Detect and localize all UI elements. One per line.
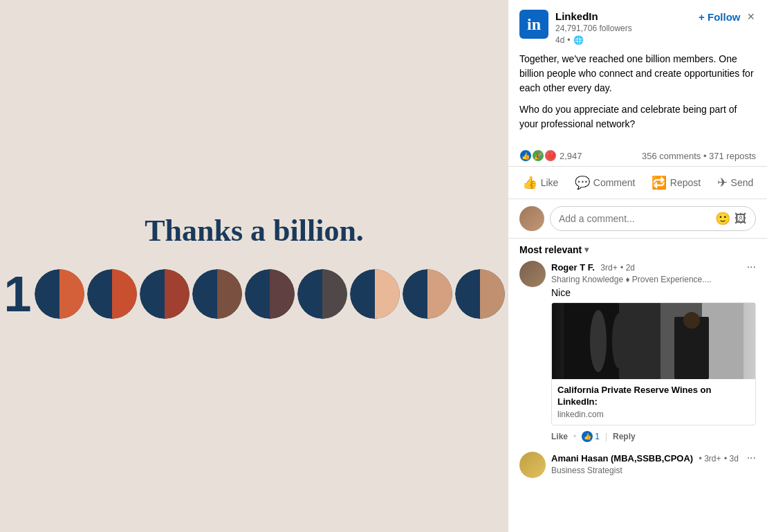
- reactions-bar: 👍 🎉 ❤️ 2,947 356 comments • 371 reposts: [508, 145, 767, 167]
- commenter-avatar-1: [519, 261, 546, 287]
- circle-9: [455, 269, 505, 319]
- author-name[interactable]: LinkedIn: [555, 10, 693, 24]
- link-preview-domain: linkedin.com: [557, 410, 750, 419]
- comment-input-area: 🙂 🖼: [508, 199, 767, 239]
- avatar-2-figure: [519, 452, 546, 478]
- commenter-meta-2: Amani Hasan (MBA,SSBB,CPOA) • 3rd+ • 3d: [551, 452, 739, 464]
- comment-like-button-1[interactable]: Like: [551, 432, 568, 441]
- like-icon: 👍: [522, 175, 537, 190]
- comment-button[interactable]: 💬 Comment: [568, 169, 643, 196]
- emoji-button[interactable]: 🙂: [715, 211, 730, 226]
- circle-1: [35, 269, 84, 319]
- author-info: LinkedIn 24,791,706 followers 4d • 🌐: [555, 10, 693, 45]
- circle-8: [403, 269, 452, 319]
- action-buttons: 👍 Like 💬 Comment 🔁 Repost ✈ Send: [508, 167, 767, 199]
- dot-sep2: •: [703, 151, 709, 161]
- send-button[interactable]: ✈ Send: [710, 169, 761, 196]
- send-label: Send: [731, 177, 754, 188]
- comment-input[interactable]: [559, 213, 711, 224]
- commenter-title-1: Sharing Knowledge ♦ Proven Experience...…: [551, 275, 756, 284]
- commenter-avatar-2: [519, 452, 546, 478]
- dot-sep: •: [567, 35, 570, 45]
- commenter-name-1[interactable]: Roger T F.: [551, 262, 595, 273]
- link-preview-card[interactable]: California Private Reserve Wines on Link…: [551, 302, 756, 425]
- linkedin-logo-text: in: [527, 16, 541, 33]
- sort-filter[interactable]: Most relevant ▾: [508, 239, 767, 261]
- image-button[interactable]: 🖼: [734, 212, 747, 226]
- link-preview-title: California Private Reserve Wines on Link…: [557, 385, 750, 408]
- reaction-num: 1: [595, 432, 600, 441]
- comment-timestamp-2: 3d: [729, 454, 738, 464]
- header-actions: + Follow ×: [699, 10, 756, 24]
- avatar-figure: [519, 206, 544, 231]
- comment-body-1: Roger T F. 3rd+ • 2d ··· Sharing Knowled…: [551, 261, 756, 442]
- repost-icon: 🔁: [652, 175, 667, 190]
- like-button[interactable]: 👍 Like: [515, 169, 566, 196]
- billion-graphic: 1: [3, 269, 504, 319]
- comment-timestamp-1: 2d: [626, 263, 635, 273]
- like-label: Like: [541, 177, 559, 188]
- post-time: 4d: [555, 35, 564, 45]
- comment-reaction-1: 👍 1: [582, 431, 600, 442]
- author-followers: 24,791,706 followers: [555, 24, 693, 35]
- comment-icon: 💬: [575, 175, 590, 190]
- follow-button[interactable]: + Follow: [699, 11, 740, 23]
- circle-2: [87, 269, 137, 319]
- svg-point-17: [683, 312, 700, 329]
- comment-label: Comment: [593, 177, 636, 188]
- love-reaction: ❤️: [544, 149, 557, 162]
- comment-header-2: Amani Hasan (MBA,SSBB,CPOA) • 3rd+ • 3d …: [551, 452, 756, 464]
- comment-more-button-1[interactable]: ···: [747, 261, 756, 273]
- circle-3: [140, 269, 190, 319]
- comment-actions-1: Like • 👍 1 | Reply: [551, 431, 756, 442]
- circle-6: [297, 269, 347, 319]
- comment-body-2: Amani Hasan (MBA,SSBB,CPOA) • 3rd+ • 3d …: [551, 452, 756, 478]
- post-meta: 4d • 🌐: [555, 35, 693, 45]
- wine-image: [552, 303, 755, 379]
- comment-header-1: Roger T F. 3rd+ • 2d ···: [551, 261, 756, 273]
- link-preview-image: [552, 303, 755, 379]
- comment-text-1: Nice: [551, 287, 756, 298]
- dot-sep-4: |: [605, 432, 607, 441]
- comment-item: Roger T F. 3rd+ • 2d ··· Sharing Knowled…: [519, 261, 756, 442]
- svg-point-14: [590, 310, 607, 372]
- commenter-degree-2: • 3rd+: [699, 454, 721, 464]
- thanks-heading: Thanks a billion.: [145, 213, 364, 248]
- comment-reply-button-1[interactable]: Reply: [613, 432, 636, 441]
- circle-4: [192, 269, 242, 319]
- dot-sep-3: •: [573, 432, 576, 441]
- post-paragraph-2: Who do you appreciate and celebrate bein…: [519, 102, 756, 131]
- close-button[interactable]: ×: [746, 10, 756, 24]
- reaction-count: 2,947: [560, 151, 582, 161]
- comment-item-2: Amani Hasan (MBA,SSBB,CPOA) • 3rd+ • 3d …: [519, 452, 756, 478]
- reactions-right: 356 comments • 371 reposts: [642, 151, 756, 161]
- link-preview-content: California Private Reserve Wines on Link…: [552, 379, 755, 425]
- svg-point-15: [612, 313, 626, 369]
- commenter-title-2: Business Strategist: [551, 466, 756, 475]
- repost-label: Repost: [670, 177, 701, 188]
- right-panel: in LinkedIn 24,791,706 followers 4d • 🌐 …: [508, 0, 767, 532]
- sort-label: Most relevant: [519, 244, 582, 255]
- user-avatar: [519, 206, 544, 231]
- linkedin-logo: in: [519, 10, 548, 39]
- comments-section: Roger T F. 3rd+ • 2d ··· Sharing Knowled…: [508, 261, 767, 488]
- comment-input-wrapper[interactable]: 🙂 🖼: [550, 206, 756, 231]
- commenter-name-2[interactable]: Amani Hasan (MBA,SSBB,CPOA): [551, 453, 693, 464]
- commenter-degree-1: 3rd+: [600, 263, 617, 273]
- comment-count[interactable]: 356 comments: [642, 151, 701, 161]
- post-paragraph-1: Together, we've reached one billion memb…: [519, 52, 756, 95]
- commenter-meta-1: Roger T F. 3rd+ • 2d: [551, 261, 635, 273]
- circle-5: [245, 269, 295, 319]
- post-content: Together, we've reached one billion memb…: [508, 52, 767, 145]
- avatar-1-figure: [519, 261, 546, 287]
- repost-count[interactable]: 371 reposts: [709, 151, 756, 161]
- reaction-emojis: 👍 🎉 ❤️: [519, 149, 557, 162]
- globe-icon: 🌐: [573, 35, 584, 45]
- celebrate-reaction: 🎉: [532, 149, 544, 162]
- circle-7: [350, 269, 400, 319]
- comment-more-button-2[interactable]: ···: [747, 452, 756, 464]
- post-header: in LinkedIn 24,791,706 followers 4d • 🌐 …: [508, 0, 767, 52]
- repost-button[interactable]: 🔁 Repost: [645, 169, 708, 196]
- reactions-left: 👍 🎉 ❤️ 2,947: [519, 149, 582, 162]
- chevron-down-icon: ▾: [584, 245, 589, 255]
